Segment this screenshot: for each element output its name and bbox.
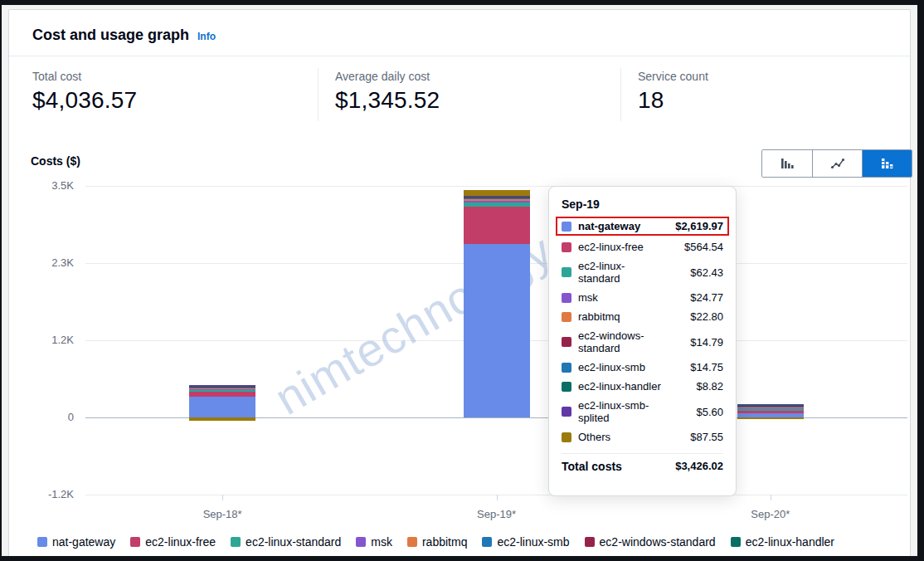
stacked-bar-chart-button[interactable] — [862, 150, 912, 177]
bar-segment-Others[interactable] — [464, 190, 530, 196]
y-axis-tick-label: 1.2K — [22, 334, 74, 346]
bar-segment-ec2-linux-smb-splited[interactable] — [737, 404, 804, 405]
tooltip-row: ec2-linux-standard$62.43 — [562, 256, 723, 288]
bar-segment-ec2-linux-smb[interactable] — [189, 388, 255, 388]
stat-label: Average daily cost — [335, 70, 440, 83]
tooltip-row-value: $14.75 — [690, 361, 723, 373]
bar-segment-ec2-linux-free[interactable] — [189, 392, 255, 397]
tooltip-row-label: ec2-linux-handler — [578, 380, 664, 393]
x-axis-tick — [222, 495, 223, 500]
legend-item[interactable]: ec2-linux-standard — [231, 535, 341, 549]
header-divider — [9, 56, 910, 56]
tooltip-row-value: $87.55 — [690, 431, 723, 443]
x-axis-label: Sep-19* — [477, 508, 516, 520]
legend-swatch — [482, 537, 492, 547]
legend-label: Others — [192, 554, 226, 556]
y-axis-tick-label: 3.5K — [22, 179, 74, 192]
bar-segment-ec2-windows-standard[interactable] — [464, 198, 530, 198]
stat-label: Total cost — [32, 70, 137, 83]
bar-segment-nat-gateway[interactable] — [189, 397, 255, 417]
bar-segment-rabbitmq[interactable] — [737, 407, 804, 408]
legend-swatch — [231, 537, 241, 547]
bar-segment-rabbitmq[interactable] — [189, 388, 255, 389]
tooltip-row: ec2-linux-free$564.54 — [562, 237, 723, 256]
tooltip-rows: nat-gateway$2,619.97ec2-linux-free$564.5… — [562, 217, 723, 446]
bar-segment-ec2-linux-handler[interactable] — [189, 386, 255, 387]
legend-label: ec2-linux-smb — [497, 535, 569, 549]
legend-swatch — [130, 537, 140, 547]
bar-segment-Others[interactable] — [737, 417, 804, 419]
bar-segment-ec2-linux-smb-splited[interactable] — [464, 196, 530, 197]
x-axis-tick — [771, 495, 771, 500]
legend-item[interactable]: nat-gateway — [37, 535, 115, 549]
tooltip-total-value: $3,426.02 — [675, 460, 723, 473]
bar-segment-nat-gateway[interactable] — [464, 244, 530, 417]
bar-segment-ec2-linux-smb[interactable] — [737, 407, 804, 407]
bar-segment-ec2-linux-free[interactable] — [464, 207, 530, 244]
y-axis-tick-label: -1.2K — [22, 488, 74, 500]
bar-chart-button[interactable] — [762, 150, 812, 177]
legend-item[interactable]: ec2-linux-handler — [731, 535, 834, 549]
series-swatch — [562, 382, 571, 392]
line-chart-button[interactable] — [812, 150, 862, 177]
tooltip-row-value: $2,619.97 — [675, 220, 723, 232]
tooltip-row-value: $22.80 — [690, 310, 723, 323]
stat-separator — [620, 68, 621, 121]
series-swatch — [562, 432, 571, 442]
tooltip-row: ec2-linux-smb$14.75 — [562, 358, 723, 377]
legend-item[interactable]: ec2-linux-free — [130, 535, 216, 549]
legend-label: rabbitmq — [422, 535, 467, 549]
y-axis-tick-label: 0 — [22, 411, 74, 423]
bar-segment-ec2-linux-handler[interactable] — [464, 197, 530, 198]
bar-segment-msk[interactable] — [464, 201, 530, 202]
tooltip-row: ec2-linux-smb-splited$5.60 — [562, 396, 723, 427]
legend-label: ec2-linux-handler — [746, 535, 834, 549]
series-swatch — [562, 242, 571, 252]
bar-segment-Others[interactable] — [189, 417, 255, 421]
tooltip-row-value: $5.60 — [696, 406, 723, 418]
legend-item[interactable]: ec2-linux-smb-splited — [37, 554, 162, 556]
stat-total-cost: Total cost $4,036.57 — [32, 70, 137, 114]
x-axis-label: Sep-20* — [751, 508, 790, 520]
bar-segment-ec2-linux-smb-splited[interactable] — [189, 385, 255, 386]
tooltip-row-label: Others — [578, 431, 664, 443]
bar-segment-ec2-linux-free[interactable] — [737, 411, 804, 413]
page-title: Cost and usage graph — [32, 27, 189, 44]
bar-segment-msk[interactable] — [189, 389, 255, 390]
info-link[interactable]: Info — [197, 31, 216, 42]
series-swatch — [562, 222, 571, 232]
legend-swatch — [407, 537, 417, 547]
legend-item[interactable]: ec2-linux-smb — [482, 535, 569, 549]
bar-segment-ec2-linux-handler[interactable] — [737, 405, 804, 406]
tooltip-row-label: ec2-windows-standard — [578, 329, 664, 354]
x-axis-tick — [497, 495, 498, 500]
legend-item[interactable]: rabbitmq — [407, 535, 467, 549]
tooltip-divider — [562, 453, 723, 454]
stat-average-daily-cost: Average daily cost $1,345.52 — [335, 70, 440, 114]
tooltip-row: ec2-windows-standard$14.79 — [562, 326, 723, 358]
tooltip-row-label: ec2-linux-smb — [578, 361, 664, 373]
bar-segment-ec2-linux-standard[interactable] — [737, 409, 804, 411]
legend-label: ec2-linux-standard — [246, 535, 341, 549]
plot-area: nimtechnology.com 3.5K2.3K1.2K0-1.2KSep-… — [85, 186, 907, 495]
bar-segment-ec2-linux-standard[interactable] — [189, 390, 255, 392]
tooltip-title: Sep-19 — [562, 198, 723, 211]
stat-label: Service count — [638, 70, 708, 83]
gridline — [85, 186, 907, 187]
chart-type-toggle — [761, 149, 912, 178]
bar-segment-msk[interactable] — [737, 408, 804, 409]
series-swatch — [562, 363, 571, 373]
legend-item[interactable]: msk — [356, 535, 392, 549]
bar-segment-ec2-linux-standard[interactable] — [464, 202, 530, 207]
bar-segment-rabbitmq[interactable] — [464, 199, 530, 201]
tooltip-row-label: ec2-linux-smb-splited — [578, 399, 664, 424]
tooltip-row-value: $14.79 — [690, 336, 723, 349]
bar-segment-ec2-linux-smb[interactable] — [464, 198, 530, 199]
bar-segment-ec2-windows-standard[interactable] — [737, 406, 804, 407]
tooltip-row-label: ec2-linux-standard — [578, 260, 664, 285]
legend-item[interactable]: Others — [177, 554, 226, 556]
legend-item[interactable]: ec2-windows-standard — [585, 535, 716, 549]
stat-separator — [318, 68, 319, 121]
bar-segment-ec2-windows-standard[interactable] — [189, 387, 255, 388]
tooltip-row: msk$24.77 — [562, 288, 723, 307]
